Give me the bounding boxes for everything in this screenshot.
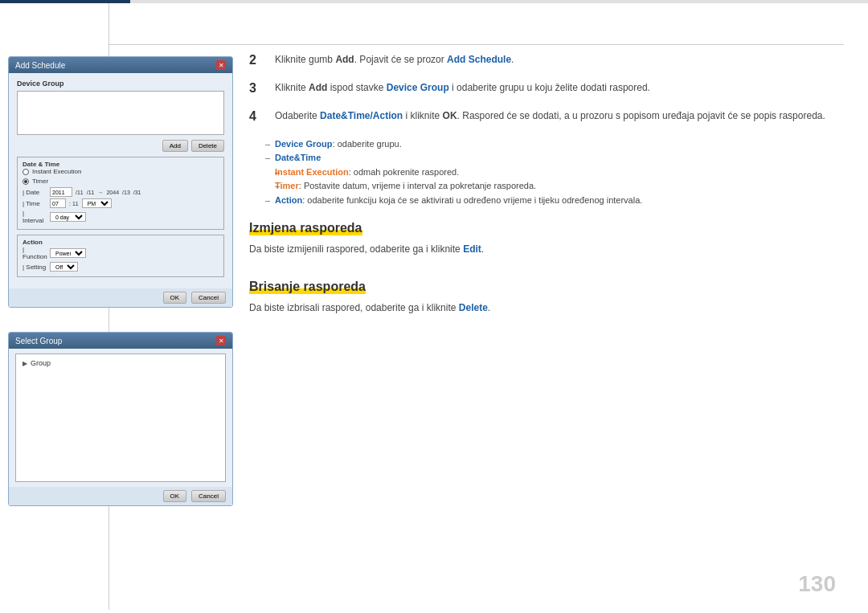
izmjena-section: Izmjena rasporeda Da biste izmijenili ra… — [249, 208, 836, 257]
step2-end: . — [511, 54, 514, 65]
bullet-action: Action: odaberite funkciju koja će se ak… — [265, 194, 836, 208]
function-label: | Function — [23, 246, 47, 260]
bullet-dg-text: : odaberite grupu. — [333, 139, 402, 149]
step2-row: 2 Kliknite gumb Add. Pojavit će se prozo… — [249, 52, 836, 67]
step4-content: 4 Odaberite Date&Time/Action i kliknite … — [249, 108, 836, 207]
time-label: | Time — [23, 200, 47, 207]
top-line — [108, 44, 844, 45]
bullet-device-group: Device Group: odaberite grupu. — [265, 137, 836, 152]
step4-text: Odaberite Date&Time/Action i kliknite OK… — [275, 108, 825, 124]
dialog1-title: Add Schedule — [15, 61, 65, 70]
dialog1-close-icon[interactable]: ✕ — [216, 60, 226, 70]
instant-sublabel: Instant Execution — [275, 167, 349, 177]
bullet-dt-label: Date&Time — [275, 153, 321, 162]
group-tree-item: ▶ Group — [19, 358, 222, 369]
bullet-action-label: Action — [275, 195, 302, 205]
device-group-listbox — [17, 91, 224, 135]
bullet-dg-label: Device Group — [275, 139, 333, 149]
dialog2-footer: OK Cancel — [9, 487, 232, 505]
time-sep1: : 11 — [69, 201, 79, 206]
date-input[interactable] — [50, 187, 72, 197]
top-bar — [0, 0, 868, 3]
function-select[interactable]: Power — [50, 248, 86, 258]
step4-middle: i kliknite — [403, 110, 442, 121]
bullet-action-text: : odaberite funkciju koja će se aktivira… — [302, 195, 642, 205]
step3-number: 3 — [249, 80, 265, 96]
izmjena-prefix: Da biste izmijenili raspored, odaberite … — [249, 243, 463, 255]
page-number: 130 — [798, 571, 836, 597]
setting-row: | Setting Off — [23, 262, 219, 272]
interval-row: | Interval 0 day — [23, 210, 219, 224]
bullet-datetime: Date&Time Instant Execution: odmah pokre… — [265, 151, 836, 194]
izmjena-suffix: . — [481, 243, 484, 255]
step3-dg: Device Group — [387, 82, 449, 93]
izmjena-body: Da biste izmijenili raspored, odaberite … — [249, 242, 836, 257]
instant-subtext: : odmah pokrenite raspored. — [349, 167, 460, 177]
date-sep1: /11 — [76, 190, 84, 195]
date-time-box: Date & Time Instant Execution Timer | Da… — [17, 157, 224, 230]
date-sep3: /13 — [122, 190, 130, 195]
timer-radio[interactable] — [23, 178, 29, 185]
dialog1-footer: OK Cancel — [9, 288, 232, 307]
device-group-btn-row: Add Delete — [17, 140, 224, 152]
date-end-year: 2044 — [106, 190, 119, 195]
step2-text: Kliknite gumb Add. Pojavit će se prozor … — [275, 52, 514, 67]
datetime-subbullets: Instant Execution: odmah pokrenite raspo… — [275, 166, 836, 194]
timer-radio-row: Timer — [23, 178, 219, 185]
izmjena-edit: Edit — [463, 243, 481, 255]
step4-prefix: Odaberite — [275, 110, 320, 121]
instant-radio-row: Instant Execution — [23, 168, 219, 175]
action-box: Action | Function Power | Setting Off — [17, 235, 224, 277]
time-input[interactable] — [50, 198, 66, 208]
step2-number: 2 — [249, 52, 265, 67]
step4-number: 4 — [249, 108, 265, 124]
step3-add: Add — [309, 82, 327, 93]
brisanje-heading: Brisanje rasporeda — [249, 280, 366, 294]
setting-label: | Setting — [23, 264, 47, 271]
group-label: Group — [31, 359, 51, 367]
brisanje-section: Brisanje rasporeda Da biste izbrisali ra… — [249, 267, 836, 316]
time-row: | Time : 11 PM AM — [23, 198, 219, 208]
izmjena-heading: Izmjena rasporeda — [249, 221, 362, 235]
action-legend: Action — [23, 239, 219, 246]
sub-timer: Timer: Postavite datum, vrijeme i interv… — [275, 179, 836, 194]
dialog1-cancel-btn[interactable]: Cancel — [191, 292, 226, 304]
dialog1-ok-btn[interactable]: OK — [163, 292, 187, 304]
step4-end: . Raspored će se dodati, a u prozoru s p… — [457, 110, 825, 121]
sub-instant: Instant Execution: odmah pokrenite raspo… — [275, 166, 836, 180]
timer-subtext: : Postavite datum, vrijeme i interval za… — [299, 181, 536, 190]
step4-row: 4 Odaberite Date&Time/Action i kliknite … — [249, 108, 836, 124]
dialog2-titlebar: Select Group ✕ — [9, 333, 232, 349]
step2-dialog: Add Schedule — [447, 54, 511, 65]
select-group-dialog: Select Group ✕ ▶ Group OK Cancel — [8, 332, 233, 506]
date-sep2: /11 — [87, 190, 95, 195]
interval-select[interactable]: 0 day — [50, 212, 86, 222]
step4-dt-action: Date&Time/Action — [320, 110, 403, 121]
setting-select[interactable]: Off — [50, 262, 78, 272]
dialog2-body: ▶ Group — [9, 349, 232, 487]
date-sep4: /31 — [133, 190, 141, 195]
dialog2-title: Select Group — [15, 337, 62, 345]
instant-radio[interactable] — [23, 169, 29, 175]
dialog2-cancel-btn[interactable]: Cancel — [191, 490, 226, 502]
date-time-legend: Date & Time — [23, 161, 219, 168]
ampm-select[interactable]: PM AM — [82, 198, 112, 208]
dialog1-delete-btn[interactable]: Delete — [191, 140, 224, 152]
step4-ok: OK — [443, 110, 457, 121]
right-content: 2 Kliknite gumb Add. Pojavit će se prozo… — [249, 52, 836, 325]
group-listbox: ▶ Group — [15, 353, 226, 482]
step3-row: 3 Kliknite Add ispod stavke Device Group… — [249, 80, 836, 96]
dialog1-add-btn[interactable]: Add — [162, 140, 188, 152]
dialog2-close-icon[interactable]: ✕ — [216, 336, 226, 345]
dialog1-titlebar: Add Schedule ✕ — [9, 57, 232, 73]
add-schedule-dialog: Add Schedule ✕ Device Group Add Delete D… — [8, 56, 233, 308]
brisanje-body: Da biste izbrisali raspored, odaberite g… — [249, 300, 836, 316]
step3-end: i odaberite grupu u koju želite dodati r… — [449, 82, 650, 93]
timer-label: Timer — [32, 178, 48, 185]
step3-prefix: Kliknite — [275, 82, 309, 93]
interval-label: | Interval — [23, 210, 47, 224]
step2-prefix: Kliknite gumb — [275, 54, 335, 65]
date-arrow: → — [97, 190, 103, 195]
dialog2-ok-btn[interactable]: OK — [163, 490, 187, 502]
left-panel: Add Schedule ✕ Device Group Add Delete D… — [8, 48, 233, 530]
